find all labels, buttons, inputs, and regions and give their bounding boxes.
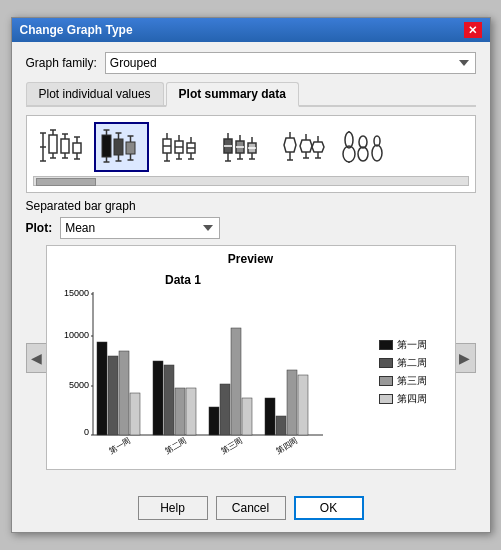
svg-rect-99: [130, 393, 140, 435]
svg-rect-98: [119, 351, 129, 435]
svg-rect-106: [209, 407, 219, 435]
chart-icon-1[interactable]: [33, 122, 88, 172]
title-bar: Change Graph Type ✕: [12, 18, 490, 42]
chart-icon-5[interactable]: [277, 122, 332, 172]
svg-text:Data 1: Data 1: [164, 273, 200, 287]
svg-point-84: [372, 145, 382, 161]
plot-row: Plot: Mean Median SD SE: [26, 217, 476, 239]
svg-text:第一周: 第一周: [107, 436, 132, 456]
chart-icon-6[interactable]: [338, 122, 393, 172]
svg-text:5000: 5000: [68, 380, 88, 390]
svg-rect-113: [287, 370, 297, 435]
cancel-button[interactable]: Cancel: [216, 496, 286, 520]
svg-text:15000: 15000: [63, 288, 88, 298]
svg-point-82: [358, 147, 368, 161]
plot-dropdown[interactable]: Mean Median SD SE: [60, 217, 220, 239]
svg-rect-104: [186, 388, 196, 435]
scrollbar-thumb: [36, 178, 96, 186]
legend-label-2: 第二周: [397, 356, 427, 370]
dialog-title: Change Graph Type: [20, 23, 133, 37]
legend-label-3: 第三周: [397, 374, 427, 388]
nav-right-button[interactable]: ▶: [454, 343, 476, 373]
legend-item-1: 第一周: [379, 338, 449, 352]
tab-individual-values[interactable]: Plot individual values: [26, 82, 164, 105]
chart-svg: Data 1 15000 10000 5000 0: [53, 270, 373, 463]
svg-rect-112: [276, 416, 286, 435]
svg-text:0: 0: [83, 427, 88, 437]
svg-rect-9: [61, 139, 69, 153]
chart-type-panel: [26, 115, 476, 193]
svg-rect-101: [153, 361, 163, 435]
chart-type-row: [33, 122, 469, 172]
svg-rect-111: [265, 398, 275, 435]
graph-family-label: Graph family:: [26, 56, 97, 70]
svg-rect-96: [97, 342, 107, 435]
svg-rect-97: [108, 356, 118, 435]
svg-text:第四周: 第四周: [274, 436, 299, 456]
legend-item-2: 第二周: [379, 356, 449, 370]
svg-rect-108: [231, 328, 241, 435]
svg-rect-107: [220, 384, 230, 435]
legend-item-3: 第三周: [379, 374, 449, 388]
nav-left-button[interactable]: ◀: [26, 343, 48, 373]
svg-text:第二周: 第二周: [163, 436, 188, 456]
svg-marker-65: [284, 138, 296, 152]
preview-wrapper: ◀ ▶ Preview Data 1 1: [26, 245, 476, 470]
dialog-footer: Help Cancel OK: [12, 488, 490, 532]
preview-box: Preview Data 1 15000 10000: [46, 245, 456, 470]
chart-area: Data 1 15000 10000 5000 0: [53, 270, 449, 463]
help-button[interactable]: Help: [138, 496, 208, 520]
graph-family-dropdown[interactable]: Grouped XY Histogram: [105, 52, 476, 74]
chart-icon-3[interactable]: [155, 122, 210, 172]
legend-swatch-4: [379, 394, 393, 404]
tabs: Plot individual values Plot summary data: [26, 82, 476, 107]
svg-rect-103: [175, 388, 185, 435]
legend-item-4: 第四周: [379, 392, 449, 406]
legend-swatch-2: [379, 358, 393, 368]
tab-summary-data[interactable]: Plot summary data: [166, 82, 299, 107]
graph-family-row: Graph family: Grouped XY Histogram: [26, 52, 476, 74]
dialog-body: Graph family: Grouped XY Histogram Plot …: [12, 42, 490, 488]
plot-label: Plot:: [26, 221, 53, 235]
svg-rect-114: [298, 375, 308, 435]
chart-icon-4[interactable]: [216, 122, 271, 172]
preview-section-title: Preview: [53, 252, 449, 266]
svg-rect-29: [126, 142, 135, 154]
close-button[interactable]: ✕: [464, 22, 482, 38]
legend-swatch-3: [379, 376, 393, 386]
legend-label-4: 第四周: [397, 392, 427, 406]
svg-rect-109: [242, 398, 252, 435]
svg-text:10000: 10000: [63, 330, 88, 340]
chart-icon-2[interactable]: [94, 122, 149, 172]
svg-rect-19: [102, 135, 111, 157]
svg-point-81: [359, 136, 367, 148]
legend-swatch-1: [379, 340, 393, 350]
ok-button[interactable]: OK: [294, 496, 364, 520]
chart-type-scrollbar[interactable]: [33, 176, 469, 186]
legend-label-1: 第一周: [397, 338, 427, 352]
svg-text:第三周: 第三周: [219, 436, 244, 456]
svg-rect-24: [114, 139, 123, 155]
svg-rect-4: [49, 135, 57, 153]
separated-bar-label: Separated bar graph: [26, 199, 476, 213]
svg-rect-14: [73, 143, 81, 153]
legend-area: 第一周 第二周 第三周 第四周: [379, 270, 449, 463]
dialog: Change Graph Type ✕ Graph family: Groupe…: [11, 17, 491, 533]
svg-marker-74: [312, 142, 324, 152]
svg-rect-102: [164, 365, 174, 435]
svg-marker-70: [300, 140, 312, 152]
